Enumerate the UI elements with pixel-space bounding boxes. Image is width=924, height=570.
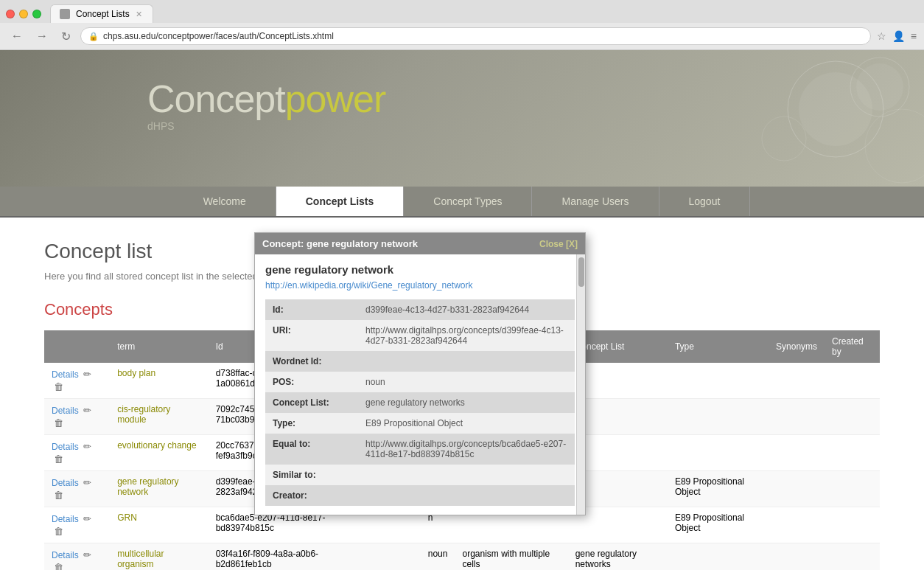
delete-btn[interactable]: 🗑 bbox=[52, 453, 66, 465]
delete-btn[interactable]: 🗑 bbox=[52, 380, 66, 393]
user-icon[interactable]: 👤 bbox=[892, 30, 905, 42]
col-header-actions bbox=[44, 330, 110, 363]
field-label-uri: URI: bbox=[265, 320, 358, 351]
col-header-term: term bbox=[110, 330, 208, 363]
logo-sub: dHPS bbox=[147, 121, 385, 131]
modal-concept-name: gene regulatory network bbox=[265, 263, 575, 276]
edit-btn[interactable]: ✏ bbox=[81, 404, 94, 417]
delete-btn[interactable]: 🗑 bbox=[52, 525, 66, 538]
svg-point-5 bbox=[865, 109, 924, 183]
modal-title: Concept: gene regulatory network bbox=[262, 238, 418, 249]
field-label-type: Type: bbox=[265, 413, 358, 434]
delete-btn[interactable]: 🗑 bbox=[52, 561, 66, 570]
logo-concept: Concept bbox=[147, 77, 285, 120]
svg-point-1 bbox=[799, 72, 872, 146]
field-value-concept-list: gene regulatory networks bbox=[358, 392, 575, 413]
modal-scrollbar[interactable] bbox=[576, 254, 585, 515]
modal-concept-uri[interactable]: http://en.wikipedia.org/wiki/Gene_regula… bbox=[265, 280, 575, 291]
details-link[interactable]: Details bbox=[52, 369, 79, 380]
nav-manage-users[interactable]: Manage Users bbox=[532, 187, 659, 216]
minimize-window-btn[interactable] bbox=[19, 10, 28, 18]
field-value-id: d399feae-4c13-4d27-b331-2823af942644 bbox=[358, 299, 575, 320]
term-link[interactable]: evolutionary change bbox=[117, 440, 196, 451]
field-value-type: E89 Propositional Object bbox=[358, 413, 575, 434]
edit-btn[interactable]: ✏ bbox=[81, 476, 94, 489]
edit-btn[interactable]: ✏ bbox=[81, 440, 94, 453]
bookmark-icon[interactable]: ☆ bbox=[877, 30, 886, 42]
menu-icon[interactable]: ≡ bbox=[911, 30, 917, 42]
modal-details-table: Id: d399feae-4c13-4d27-b331-2823af942644… bbox=[265, 299, 575, 506]
scroll-thumb bbox=[578, 257, 584, 287]
header-decoration bbox=[629, 50, 924, 187]
details-link[interactable]: Details bbox=[52, 550, 79, 560]
field-label-pos: POS: bbox=[265, 372, 358, 392]
field-value-wordnet bbox=[358, 351, 575, 372]
field-label-equal-to: Equal to: bbox=[265, 434, 358, 465]
field-label-wordnet: Wordnet Id: bbox=[265, 351, 358, 372]
delete-btn[interactable]: 🗑 bbox=[52, 417, 66, 429]
modal-close-btn[interactable]: Close [X] bbox=[539, 239, 578, 249]
nav-logout[interactable]: Logout bbox=[659, 187, 751, 216]
modal-field-pos: POS: noun bbox=[265, 372, 575, 392]
svg-point-4 bbox=[762, 117, 806, 161]
term-link[interactable]: cis-regulatory module bbox=[117, 404, 170, 425]
modal-field-concept-list: Concept List: gene regulatory networks bbox=[265, 392, 575, 413]
tab-title: Concept Lists bbox=[76, 9, 130, 19]
modal-field-wordnet: Wordnet Id: bbox=[265, 351, 575, 372]
svg-point-3 bbox=[856, 63, 903, 111]
modal-field-similar-to: Similar to: bbox=[265, 465, 575, 485]
close-window-btn[interactable] bbox=[6, 10, 15, 18]
col-header-type: Type bbox=[668, 330, 769, 363]
edit-btn[interactable]: ✏ bbox=[81, 512, 94, 525]
details-link[interactable]: Details bbox=[52, 442, 79, 452]
edit-btn[interactable]: ✏ bbox=[81, 549, 94, 561]
field-label-id: Id: bbox=[265, 299, 358, 320]
details-link[interactable]: Details bbox=[52, 478, 79, 488]
field-label-similar-to: Similar to: bbox=[265, 465, 358, 485]
logo: Conceptpower dHPS bbox=[147, 80, 385, 131]
term-link[interactable]: multicellular organism bbox=[117, 549, 164, 569]
field-value-uri: http://www.digitalhps.org/concepts/d399f… bbox=[358, 320, 575, 351]
table-row: Details ✏ 🗑 multicellular organism 03f4a… bbox=[44, 543, 880, 571]
navigation: Welcome Concept Lists Concept Types Mana… bbox=[0, 187, 924, 218]
edit-btn[interactable]: ✏ bbox=[81, 368, 94, 380]
field-value-similar-to bbox=[358, 465, 575, 485]
refresh-btn[interactable]: ↻ bbox=[57, 28, 74, 45]
nav-concept-lists[interactable]: Concept Lists bbox=[276, 187, 405, 216]
field-label-concept-list: Concept List: bbox=[265, 392, 358, 413]
details-link[interactable]: Details bbox=[52, 514, 79, 524]
id-cell: 03f4a16f-f809-4a8a-a0b6-b2d861feb1cb bbox=[209, 543, 365, 571]
concept-detail-modal[interactable]: Concept: gene regulatory network Close [… bbox=[254, 232, 586, 515]
modal-field-id: Id: d399feae-4c13-4d27-b331-2823af942644 bbox=[265, 299, 575, 320]
tab-favicon bbox=[60, 9, 70, 19]
nav-concept-types[interactable]: Concept Types bbox=[404, 187, 532, 216]
logo-power: power bbox=[285, 77, 386, 120]
svg-point-0 bbox=[788, 61, 883, 157]
modal-body: gene regulatory network http://en.wikipe… bbox=[255, 254, 585, 515]
address-text: chps.asu.edu/conceptpower/faces/auth/Con… bbox=[103, 31, 863, 41]
main-content: Concept list Here you find all stored co… bbox=[0, 218, 924, 570]
tab-close-btn[interactable]: ✕ bbox=[136, 10, 142, 19]
browser-tab[interactable]: Concept Lists ✕ bbox=[50, 4, 153, 23]
back-btn[interactable]: ← bbox=[7, 28, 27, 44]
address-icon: 🔒 bbox=[88, 32, 99, 41]
term-link[interactable]: body plan bbox=[117, 368, 155, 378]
delete-btn[interactable]: 🗑 bbox=[52, 489, 66, 501]
nav-welcome[interactable]: Welcome bbox=[174, 187, 276, 216]
field-value-equal-to: http://www.digitalhps.org/concepts/bca6d… bbox=[358, 434, 575, 465]
modal-field-type: Type: E89 Propositional Object bbox=[265, 413, 575, 434]
modal-field-creator: Creator: bbox=[265, 485, 575, 506]
svg-point-2 bbox=[850, 58, 909, 117]
modal-titlebar: Concept: gene regulatory network Close [… bbox=[255, 233, 585, 254]
maximize-window-btn[interactable] bbox=[32, 10, 41, 18]
modal-field-equal-to: Equal to: http://www.digitalhps.org/conc… bbox=[265, 434, 575, 465]
page-header: Conceptpower dHPS bbox=[0, 50, 924, 187]
details-link[interactable]: Details bbox=[52, 406, 79, 416]
col-header-synonyms: Synonyms bbox=[769, 330, 825, 363]
col-header-created-by: Created by bbox=[825, 330, 880, 363]
term-link[interactable]: gene regulatory network bbox=[117, 476, 178, 497]
field-label-creator: Creator: bbox=[265, 485, 358, 506]
term-link[interactable]: GRN bbox=[117, 512, 137, 523]
forward-btn[interactable]: → bbox=[32, 28, 52, 44]
address-bar[interactable]: 🔒 chps.asu.edu/conceptpower/faces/auth/C… bbox=[80, 27, 871, 45]
